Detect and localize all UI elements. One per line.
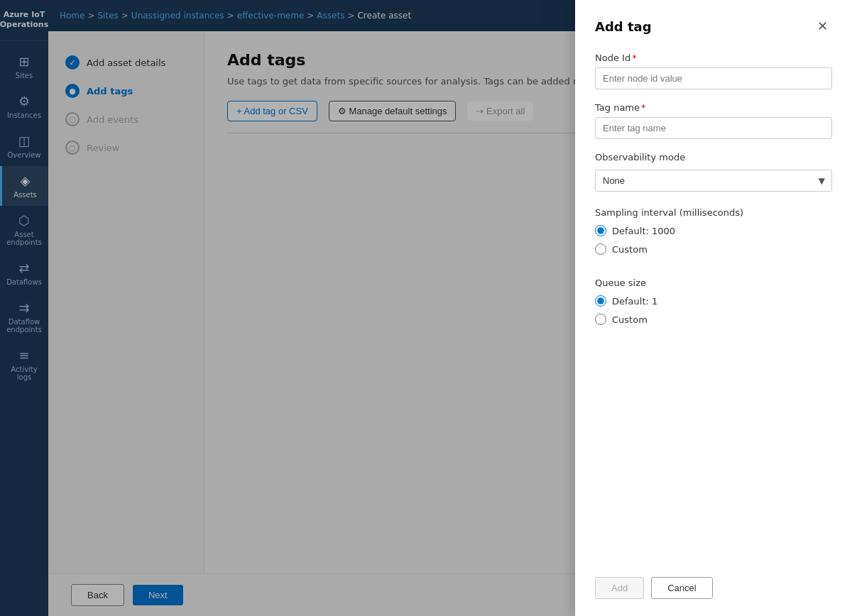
queue-custom-option[interactable]: Custom <box>595 314 832 325</box>
sampling-custom-label: Custom <box>612 244 648 255</box>
breadcrumb-unassigned-instances[interactable]: Unassigned instances <box>131 11 224 21</box>
sidebar-item-overview-label: Overview <box>7 151 40 159</box>
activity-logs-icon: ≡ <box>18 348 29 363</box>
breadcrumb: Home > Sites > Unassigned instances > ef… <box>60 11 411 21</box>
sampling-custom-option[interactable]: Custom <box>595 243 832 255</box>
sidebar-item-asset-endpoints[interactable]: ⬡ Asset endpoints <box>0 206 48 253</box>
add-tag-csv-button[interactable]: + Add tag or CSV <box>227 101 317 121</box>
sidebar-item-sites-label: Sites <box>16 72 33 79</box>
sidebar-item-dataflows[interactable]: ⇄ Dataflows <box>0 253 48 293</box>
sidebar-item-activity-logs[interactable]: ≡ Activity logs <box>0 341 48 388</box>
breadcrumb-sites[interactable]: Sites <box>98 11 119 21</box>
step-4-label: Review <box>87 143 119 153</box>
node-id-label: Node Id* <box>595 53 832 63</box>
sampling-default-label: Default: 1000 <box>612 226 675 236</box>
panel-title: Add tag <box>595 19 652 34</box>
wizard-step-review[interactable]: ○ Review <box>60 133 192 162</box>
observability-mode-wrapper: None Gauge Counter Histogram Log ▼ <box>595 170 832 192</box>
queue-custom-radio[interactable] <box>595 314 606 325</box>
queue-default-radio[interactable] <box>595 295 606 307</box>
wizard-nav: ✓ Add asset details ● Add tags ○ Add eve… <box>48 31 204 573</box>
app-title-header: Azure IoT Operations <box>0 0 48 41</box>
queue-default-label: Default: 1 <box>612 296 657 307</box>
breadcrumb-home[interactable]: Home <box>60 11 84 21</box>
breadcrumb-effective-meme[interactable]: effective-meme <box>237 11 305 21</box>
sidebar-item-overview[interactable]: ◫ Overview <box>0 126 48 166</box>
sites-icon: ⊞ <box>18 54 29 69</box>
breadcrumb-sep-1: > <box>87 11 94 21</box>
breadcrumb-assets[interactable]: Assets <box>317 11 344 21</box>
wizard-step-add-events[interactable]: ○ Add events <box>60 105 192 133</box>
export-all-button: ⇢ Export all <box>467 101 533 121</box>
sidebar-item-dataflow-endpoints[interactable]: ⇉ Dataflow endpoints <box>0 293 48 341</box>
sidebar-item-asset-endpoints-label: Asset endpoints <box>3 231 45 246</box>
queue-custom-label: Custom <box>612 314 648 325</box>
tag-name-label: Tag name* <box>595 102 832 113</box>
assets-icon: ◈ <box>21 173 31 188</box>
cancel-button[interactable]: Cancel <box>651 577 712 599</box>
sidebar-item-activity-logs-label: Activity logs <box>3 365 45 381</box>
sidebar-item-dataflows-label: Dataflows <box>6 278 42 286</box>
sampling-interval-label: Sampling interval (milliseconds) <box>595 207 832 218</box>
sampling-default-radio[interactable] <box>595 225 606 236</box>
queue-size-group: Queue size Default: 1 Custom <box>595 277 832 332</box>
wizard-step-add-asset-details[interactable]: ✓ Add asset details <box>60 48 192 77</box>
sidebar-item-assets-label: Assets <box>13 191 37 199</box>
sampling-custom-radio[interactable] <box>595 243 606 255</box>
panel-footer: Add Cancel <box>595 563 832 599</box>
wizard-step-add-tags[interactable]: ● Add tags <box>60 77 192 105</box>
instances-icon: ⚙ <box>18 94 30 109</box>
back-button[interactable]: Back <box>71 584 124 606</box>
add-button: Add <box>595 577 644 599</box>
breadcrumb-sep-3: > <box>227 11 234 21</box>
sidebar-item-dataflow-endpoints-label: Dataflow endpoints <box>3 318 45 334</box>
queue-default-option[interactable]: Default: 1 <box>595 295 832 307</box>
panel-header: Add tag ✕ <box>595 17 832 35</box>
observability-mode-label: Observability mode <box>595 152 832 163</box>
node-id-input[interactable] <box>595 67 832 89</box>
overview-icon: ◫ <box>18 133 30 148</box>
next-button[interactable]: Next <box>133 585 183 605</box>
asset-endpoints-icon: ⬡ <box>18 213 30 228</box>
sidebar-item-sites[interactable]: ⊞ Sites <box>0 47 48 87</box>
step-3-circle: ○ <box>65 112 80 126</box>
step-1-circle: ✓ <box>65 55 80 70</box>
tag-name-input[interactable] <box>595 117 832 139</box>
sampling-default-option[interactable]: Default: 1000 <box>595 225 832 236</box>
step-2-label: Add tags <box>87 86 133 97</box>
queue-size-label: Queue size <box>595 277 832 288</box>
breadcrumb-sep-5: > <box>347 11 354 21</box>
sidebar-item-instances[interactable]: ⚙ Instances <box>0 87 48 126</box>
app-title: Azure IoT Operations <box>0 10 48 31</box>
step-1-label: Add asset details <box>87 57 165 68</box>
dataflows-icon: ⇄ <box>18 260 29 275</box>
sidebar-item-instances-label: Instances <box>7 111 41 119</box>
breadcrumb-sep-2: > <box>121 11 129 21</box>
breadcrumb-sep-4: > <box>307 11 314 21</box>
sidebar: Azure IoT Operations ⊞ Sites ⚙ Instances… <box>0 0 48 616</box>
observability-mode-select[interactable]: None Gauge Counter Histogram Log <box>595 170 832 192</box>
dataflow-endpoints-icon: ⇉ <box>18 300 29 315</box>
step-3-label: Add events <box>87 114 138 125</box>
sampling-interval-group: Sampling interval (milliseconds) Default… <box>595 207 832 262</box>
step-2-circle: ● <box>65 84 80 98</box>
sidebar-item-assets[interactable]: ◈ Assets <box>0 166 48 206</box>
step-4-circle: ○ <box>65 141 80 155</box>
manage-default-settings-button[interactable]: ⚙ Manage default settings <box>329 101 457 121</box>
add-tag-panel: Add tag ✕ Node Id* Tag name* Observabili… <box>575 0 852 616</box>
breadcrumb-current: Create asset <box>357 11 411 21</box>
close-panel-button[interactable]: ✕ <box>813 17 832 35</box>
